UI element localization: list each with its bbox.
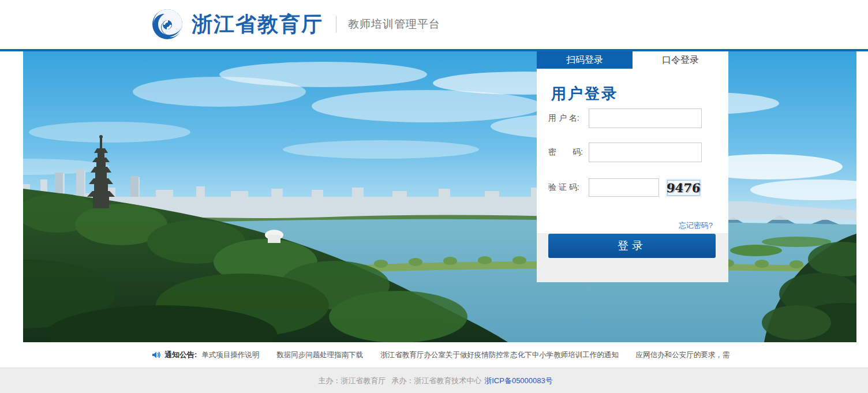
notice-marquee: 通知公告: 单式项目操作说明 数据同步问题处理指南下载 浙江省教育厅办公室关于做… <box>152 350 730 360</box>
notice-item-4[interactable]: 应网信办和公安厅的要求，需要升级 <box>636 350 730 360</box>
notice-bar: 通知公告: 单式项目操作说明 数据同步问题处理指南下载 浙江省教育厅办公室关于做… <box>0 342 868 368</box>
notice-label: 通知公告: <box>164 350 197 360</box>
icp-license-link[interactable]: 浙ICP备05000083号 <box>484 376 553 386</box>
page-footer: 主办：浙江省教育厅 承办：浙江省教育技术中心 浙ICP备05000083号 <box>0 368 868 393</box>
captcha-value: 9476 <box>666 181 701 195</box>
login-heading: 用户登录 <box>551 84 618 104</box>
forgot-password-link[interactable]: 忘记密码? <box>679 220 713 231</box>
login-panel-footer: 登录 <box>537 233 728 282</box>
speaker-icon <box>152 350 161 360</box>
password-row: 密 码: <box>548 143 702 162</box>
password-input[interactable] <box>589 143 702 162</box>
captcha-label: 验 证 码: <box>548 182 589 193</box>
username-row: 用 户 名: <box>548 108 702 128</box>
notice-item-3[interactable]: 浙江省教育厅办公室关于做好疫情防控常态化下中小学教师培训工作的通知 <box>380 350 619 360</box>
login-panel: 扫码登录 口令登录 用户登录 用 户 名: 密 码: 验 证 码: 9476 忘… <box>537 51 728 282</box>
footer-host: 主办：浙江省教育厅 <box>318 376 386 386</box>
footer-organizer: 承办：浙江省教育技术中心 <box>391 376 481 386</box>
page-header: 浙江省教育厅 教师培训管理平台 <box>0 0 868 49</box>
west-lake-hero-image <box>23 51 856 342</box>
login-button[interactable]: 登录 <box>548 234 716 258</box>
password-label: 密 码: <box>548 147 589 158</box>
username-input[interactable] <box>589 108 702 128</box>
zhejiang-education-logo-icon <box>149 6 186 43</box>
brand-block: 浙江省教育厅 教师培训管理平台 <box>149 6 440 43</box>
notice-item-2[interactable]: 数据同步问题处理指南下载 <box>276 350 363 360</box>
hero-section: 扫码登录 口令登录 用户登录 用 户 名: 密 码: 验 证 码: 9476 忘… <box>23 51 856 342</box>
tab-password-login[interactable]: 口令登录 <box>633 51 728 69</box>
username-label: 用 户 名: <box>548 113 589 123</box>
login-form: 用户登录 用 户 名: 密 码: 验 证 码: 9476 忘记密码? <box>537 69 728 233</box>
org-title: 浙江省教育厅 <box>192 10 323 39</box>
notice-item-1[interactable]: 单式项目操作说明 <box>201 350 259 360</box>
login-tabs: 扫码登录 口令登录 <box>537 51 728 69</box>
captcha-row: 验 证 码: 9476 <box>548 178 700 197</box>
brand-divider <box>336 16 336 33</box>
platform-title: 教师培训管理平台 <box>348 17 440 32</box>
captcha-input[interactable] <box>589 178 659 197</box>
tab-scan-login[interactable]: 扫码登录 <box>537 51 633 69</box>
captcha-image[interactable]: 9476 <box>667 180 700 196</box>
